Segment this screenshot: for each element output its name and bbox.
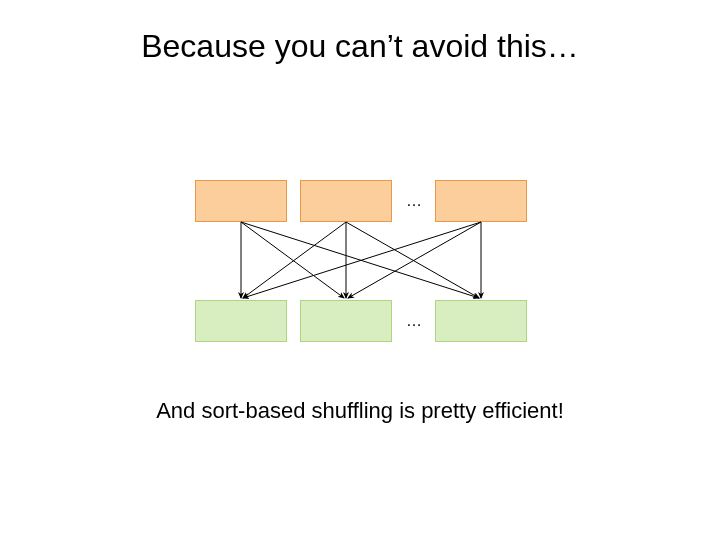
slide-title: Because you can’t avoid this… [0,28,720,65]
bottom-ellipsis: … [406,312,422,330]
svg-line-1 [241,222,344,298]
top-ellipsis: … [406,192,422,210]
slide-caption: And sort-based shuffling is pretty effic… [0,398,720,424]
source-box-1 [300,180,392,222]
svg-line-6 [243,222,481,298]
shuffle-arrows [0,0,720,540]
dest-box-0 [195,300,287,342]
slide: Because you can’t avoid this… … … A [0,0,720,540]
svg-line-3 [243,222,346,298]
svg-line-2 [241,222,479,298]
dest-box-2 [435,300,527,342]
svg-line-7 [348,222,481,298]
source-box-2 [435,180,527,222]
dest-box-1 [300,300,392,342]
svg-line-5 [346,222,479,298]
source-box-0 [195,180,287,222]
